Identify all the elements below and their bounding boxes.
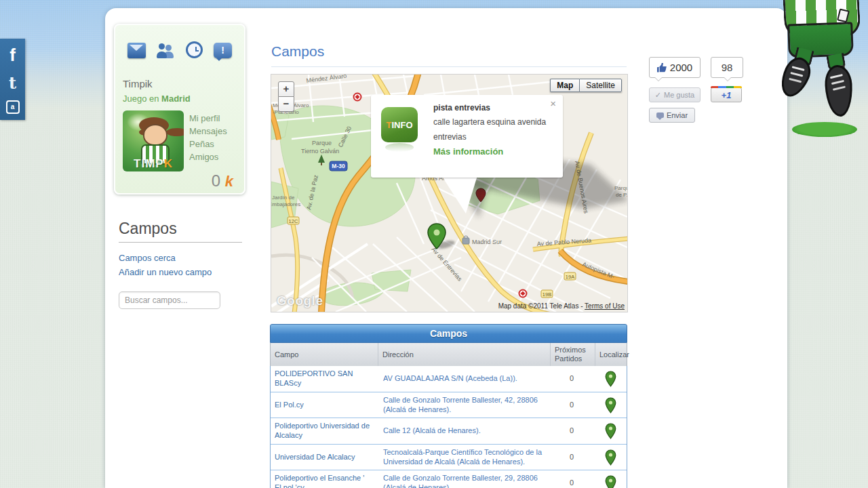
title-divider [271, 66, 627, 67]
facebook-icon[interactable]: f [9, 45, 16, 66]
mascot-right-boot [824, 64, 854, 117]
zoom-out-button[interactable]: − [278, 97, 294, 112]
map-zoom-control: + − [278, 81, 294, 112]
plays-in: Juego en Madrid [123, 94, 191, 104]
sidebar-link-campos-cerca[interactable]: Campos cerca [119, 253, 176, 263]
table-row: El Pol.cy Calle de Gonzalo Torrente Ball… [271, 392, 627, 418]
localizar-pin-button[interactable] [594, 418, 627, 444]
social-share-tab: f t a [0, 39, 25, 120]
google-plusone-button[interactable]: +1 [711, 87, 742, 102]
label-jardin-2: Embajadores [271, 201, 300, 207]
campos-table: Campos Campo Dirección PróximosPartidos … [270, 324, 627, 488]
alarm-icon[interactable] [186, 41, 203, 58]
direccion-cell: Calle de Gonzalo Torrente Ballester, 29,… [377, 470, 549, 488]
campo-link[interactable]: El Pol.cy [271, 392, 377, 418]
direccion-cell: AV GUADALAJARA S/N (Acebeda (La)). [377, 366, 549, 392]
campo-link[interactable]: Polideportivo Universidad de Alcalacy [271, 418, 377, 444]
column-direccion: Dirección [378, 343, 550, 366]
like-count-value: 2000 [670, 62, 692, 73]
table-row: Universidad De Alcalacy Tecnoalcalá-Parq… [271, 444, 627, 470]
shopping-icon [462, 238, 469, 244]
infowindow-address-1: calle lagartera esquina avenida [433, 117, 546, 127]
map-infowindow: × TINFO pista entrevias calle lagartera … [371, 95, 563, 178]
check-icon: ✓ [655, 91, 661, 100]
sidebar-link-anadir-campo[interactable]: Añadir un nuevo campo [119, 267, 212, 277]
link-penas[interactable]: Peñas [189, 138, 227, 150]
timpik-score-icon: k [225, 173, 233, 190]
link-amigos[interactable]: Amigos [189, 150, 227, 163]
column-proximos-partidos: PróximosPartidos [550, 343, 595, 366]
badge-19a: 19A [566, 274, 574, 280]
campo-link[interactable]: Universidad De Alcalacy [271, 445, 377, 470]
localizar-pin-button[interactable] [594, 392, 627, 418]
profile-card: ! Timpik Juego en Madrid TIMPK Mi perfil… [114, 24, 245, 195]
badge-m30: M-30 [332, 163, 345, 169]
send-bubble-icon [656, 113, 664, 118]
timpik-mascot [780, 0, 868, 142]
notification-icon[interactable]: ! [214, 43, 232, 58]
campo-link[interactable]: Polideportivo el Ensanche ' El pol 'cy [271, 470, 377, 488]
friends-icon[interactable] [157, 43, 175, 58]
sidebar-divider [119, 242, 242, 243]
zoom-in-button[interactable]: + [278, 81, 294, 97]
tinfo-icon: TINFO [381, 107, 418, 142]
mail-icon[interactable] [127, 43, 146, 58]
plusone-count: 98 [711, 57, 743, 78]
pin-icon [605, 475, 616, 488]
localizar-pin-button[interactable] [594, 445, 627, 470]
campo-link[interactable]: POLIDEPORTIVO SAN BLAScy [271, 366, 377, 392]
partidos-cell: 0 [549, 418, 594, 444]
facebook-like-count: 2000 [649, 57, 701, 78]
partidos-cell: 0 [549, 470, 594, 488]
pin-icon [605, 449, 616, 466]
thumbs-up-icon [657, 63, 667, 73]
partidos-cell: 0 [549, 445, 594, 470]
localizar-pin-button[interactable] [594, 366, 627, 392]
twitter-icon[interactable]: t [9, 73, 16, 93]
direccion-cell: Calle 12 (Alcalá de Henares). [377, 418, 549, 444]
table-row: Polideportivo el Ensanche ' El pol 'cy C… [271, 470, 627, 488]
close-icon[interactable]: × [550, 98, 556, 109]
link-mensajes[interactable]: Mensajes [189, 125, 227, 138]
column-localizar: Localizar [595, 343, 627, 366]
pin-icon [605, 423, 616, 439]
label-parque-1: Parque [312, 140, 332, 146]
page-card: ! Timpik Juego en Madrid TIMPK Mi perfil… [105, 8, 787, 488]
page-title: Campos [271, 43, 324, 60]
direccion-cell: Tecnoalcalá-Parque Científico Tecnológic… [377, 445, 549, 470]
table-body: POLIDEPORTIVO SAN BLAScy AV GUADALAJARA … [270, 366, 627, 488]
partidos-cell: 0 [549, 366, 594, 392]
badge-12c: 12C [289, 218, 298, 224]
search-campos-input[interactable] [119, 291, 220, 309]
infowindow-address-2: entrevias [433, 132, 467, 142]
pin-icon [605, 371, 616, 387]
enviar-button[interactable]: Enviar [649, 108, 695, 123]
profile-links: Mi perfil Mensajes Peñas Amigos [189, 112, 227, 163]
profile-icon-row: ! [127, 41, 232, 58]
table-row: Polideportivo Universidad de Alcalacy Ca… [271, 418, 627, 444]
partidos-cell: 0 [549, 392, 594, 418]
satellite-button[interactable]: Satellite [579, 79, 622, 92]
avatar[interactable]: TIMPK [123, 110, 184, 171]
avatar-logo: TIMPK [123, 157, 184, 171]
direccion-cell: Calle de Gonzalo Torrente Ballester, 42,… [377, 392, 549, 418]
table-row: POLIDEPORTIVO SAN BLAScy AV GUADALAJARA … [271, 366, 627, 392]
label-madrid-sur: Madrid Sur [472, 239, 502, 245]
terms-of-use-link[interactable]: Terms of Use [585, 302, 625, 310]
map-button[interactable]: Map [550, 79, 579, 92]
column-campo: Campo [271, 343, 378, 366]
table-header: Campo Dirección PróximosPartidos Localiz… [270, 343, 627, 366]
attribution-text: Map data ©2011 Tele Atlas - [498, 302, 585, 310]
map-attribution: Map data ©2011 Tele Atlas - Terms of Use [498, 302, 625, 310]
link-mi-perfil[interactable]: Mi perfil [189, 112, 227, 125]
badge-19b: 19B [542, 291, 551, 298]
mas-informacion-link[interactable]: Más información [433, 146, 503, 157]
avatar-head [143, 124, 167, 146]
tuenti-icon[interactable]: a [6, 100, 20, 114]
map-type-control: Map Satellite [550, 79, 622, 92]
google-map[interactable]: M-30 12C 19A 19B Méndez Álvaro Méndez Ál… [271, 75, 627, 312]
localizar-pin-button[interactable] [594, 470, 627, 488]
city: Madrid [161, 94, 191, 104]
me-gusta-button[interactable]: ✓ Me gusta [649, 87, 701, 102]
table-title: Campos [270, 324, 627, 343]
